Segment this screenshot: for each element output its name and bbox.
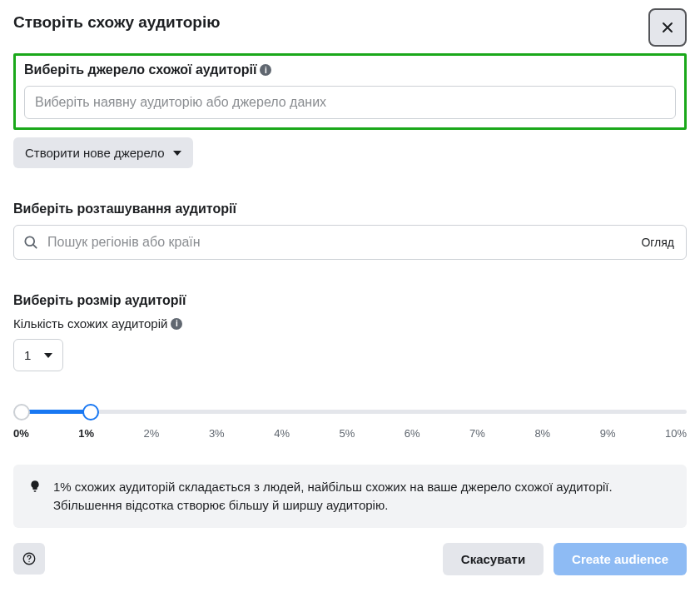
location-search-row[interactable]: Огляд — [13, 225, 687, 260]
tip-box: 1% схожих аудиторій складається з людей,… — [13, 465, 687, 528]
slider-tick: 4% — [274, 427, 290, 440]
bulb-icon — [28, 480, 42, 493]
slider-track — [13, 410, 687, 414]
source-label: Виберіть джерело схожої аудиторії i — [24, 62, 676, 77]
slider-tick: 0% — [13, 427, 29, 440]
cancel-button[interactable]: Скасувати — [443, 543, 544, 575]
browse-link[interactable]: Огляд — [641, 236, 674, 249]
slider-tick: 7% — [469, 427, 485, 440]
slider-tick: 8% — [534, 427, 550, 440]
caret-down-icon — [44, 353, 52, 358]
close-button[interactable] — [648, 8, 687, 47]
source-section-highlight: Виберіть джерело схожої аудиторії i — [13, 53, 687, 130]
slider-handle-end[interactable] — [82, 404, 99, 420]
slider-tick: 6% — [405, 427, 420, 440]
close-icon — [659, 19, 676, 36]
size-label: Виберіть розмір аудиторії — [13, 293, 687, 308]
slider-fill — [22, 410, 91, 414]
search-icon — [22, 234, 39, 251]
create-new-source-button[interactable]: Створити нове джерело — [13, 137, 193, 168]
slider-tick: 2% — [144, 427, 160, 440]
slider-handle-start[interactable] — [13, 404, 30, 420]
slider-tick: 5% — [339, 427, 355, 440]
slider-tick: 3% — [209, 427, 225, 440]
location-search-input[interactable] — [47, 235, 641, 250]
svg-point-2 — [28, 561, 29, 562]
caret-down-icon — [173, 151, 181, 156]
info-icon[interactable]: i — [171, 318, 182, 330]
slider-tick: 9% — [600, 427, 616, 440]
help-button[interactable] — [13, 543, 45, 575]
location-label: Виберіть розташування аудиторії — [13, 201, 687, 216]
source-input[interactable] — [24, 86, 676, 119]
create-audience-button[interactable]: Create audience — [554, 543, 687, 575]
slider-tick: 10% — [665, 427, 687, 440]
count-select[interactable]: 1 — [13, 339, 63, 371]
tip-text: 1% схожих аудиторій складається з людей,… — [53, 478, 672, 515]
slider-tick: 1% — [78, 427, 94, 440]
help-icon — [22, 551, 37, 566]
size-slider[interactable]: 0%1%2%3%4%5%6%7%8%9%10% — [13, 410, 687, 440]
page-title: Створіть схожу аудиторію — [13, 8, 220, 32]
count-label: Кількість схожих аудиторій i — [13, 316, 687, 331]
info-icon[interactable]: i — [260, 64, 271, 76]
slider-ticks: 0%1%2%3%4%5%6%7%8%9%10% — [13, 427, 687, 440]
